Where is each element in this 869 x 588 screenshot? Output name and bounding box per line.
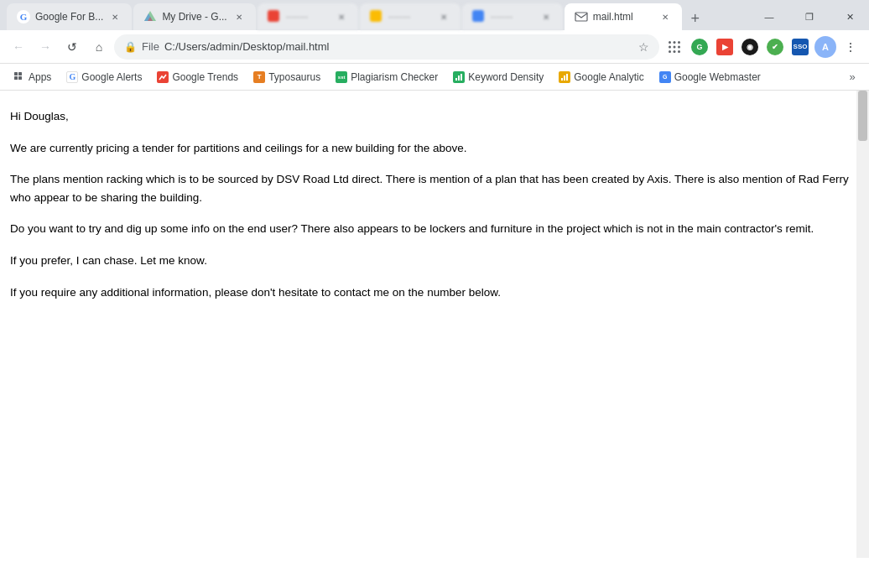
nav-right-buttons: G ▶ ◉ ✔ SSO A ⋮: [663, 35, 862, 59]
chrome-menu-button[interactable]: ⋮: [839, 35, 862, 59]
keyword-favicon: [453, 71, 465, 83]
tab-blurred2-title: ········: [388, 11, 432, 23]
bookmark-plagiarism-label: Plagiarism Checker: [351, 71, 438, 83]
bookmark-typosaurus[interactable]: T Typosaurus: [247, 68, 327, 86]
ext-icon-2[interactable]: ▶: [713, 35, 736, 59]
svg-rect-19: [461, 74, 462, 81]
profile-button[interactable]: A: [814, 35, 837, 59]
address-bar[interactable]: 🔒 File C:/Users/admin/Desktop/mail.html …: [114, 34, 659, 60]
svg-rect-22: [566, 74, 568, 81]
bookmark-keyword-density[interactable]: Keyword Density: [446, 68, 550, 86]
tab-drive-close[interactable]: ✕: [232, 10, 246, 23]
svg-point-11: [674, 50, 676, 53]
svg-point-6: [678, 41, 680, 44]
svg-point-10: [669, 50, 671, 53]
tab-drive-favicon: [143, 10, 157, 23]
greeting-text: Hi Douglas,: [10, 110, 69, 122]
tab-mail-favicon: [575, 10, 588, 23]
tab-blurred3-favicon: [472, 10, 486, 23]
typosaurus-favicon: T: [253, 71, 265, 83]
svg-rect-3: [575, 13, 587, 21]
tab-drive[interactable]: My Drive - G... ✕: [133, 3, 255, 30]
bookmark-star-icon[interactable]: ☆: [638, 40, 649, 54]
main-content: Hi Douglas, We are currently pricing a t…: [0, 91, 869, 558]
tab-blurred1-title: ········: [286, 11, 330, 23]
tab-mail-title: mail.html: [593, 11, 653, 23]
bookmark-apps[interactable]: Apps: [7, 68, 58, 86]
tab-blurred3[interactable]: ········ ✕: [462, 3, 563, 30]
window-controls: — ❐ ✕: [750, 3, 869, 30]
tab-blurred1-close[interactable]: ✕: [335, 10, 348, 23]
bookmark-keyword-label: Keyword Density: [468, 71, 544, 83]
back-button[interactable]: ←: [7, 35, 30, 59]
svg-rect-21: [564, 75, 565, 81]
tab-blurred1[interactable]: ········ ✕: [258, 3, 358, 30]
ext-icon-3[interactable]: ◉: [738, 35, 762, 59]
tab-blurred2-favicon: [370, 10, 383, 23]
para1-text: We are currently pricing a tender for pa…: [10, 142, 467, 154]
bookmark-google-webmaster[interactable]: G Google Webmaster: [653, 68, 768, 86]
email-paragraph-3: Do you want to try and dig up some info …: [10, 220, 852, 238]
svg-point-7: [669, 45, 671, 48]
svg-rect-16: [18, 76, 22, 80]
svg-rect-18: [458, 75, 460, 81]
ext-icon-5[interactable]: SSO: [788, 35, 812, 59]
email-paragraph-5: If you require any additional informatio…: [10, 284, 852, 302]
file-protocol-label: File: [142, 40, 159, 53]
tab-blurred3-title: ········: [491, 11, 534, 23]
google-apps-icon[interactable]: [663, 35, 686, 59]
bookmark-typosaurus-label: Typosaurus: [268, 71, 320, 83]
email-body: Hi Douglas, We are currently pricing a t…: [10, 107, 852, 301]
svg-point-8: [674, 45, 676, 48]
tab-blurred2-close[interactable]: ✕: [437, 10, 450, 23]
minimize-button[interactable]: —: [750, 3, 788, 30]
bookmark-webmaster-label: Google Webmaster: [674, 71, 761, 83]
svg-point-4: [669, 41, 671, 44]
tab-blurred3-close[interactable]: ✕: [539, 10, 553, 23]
plagiarism-favicon: sst: [336, 71, 347, 83]
tab-blurred1-favicon: [268, 10, 281, 23]
para4-text: If you prefer, I can chase. Let me know.: [10, 254, 207, 267]
close-button[interactable]: ✕: [830, 3, 869, 30]
tab-blurred2[interactable]: ········ ✕: [360, 3, 461, 30]
bookmark-analytic-label: Google Analytic: [574, 71, 643, 83]
tab-google-favicon: G: [17, 10, 30, 23]
ext-icon-1[interactable]: G: [688, 35, 711, 59]
window-chrome: G Google For B... ✕ My Drive - G... ✕ ··…: [0, 0, 869, 91]
email-greeting: Hi Douglas,: [10, 107, 852, 126]
svg-rect-14: [18, 72, 22, 75]
webmaster-favicon: G: [659, 71, 671, 83]
email-paragraph-1: We are currently pricing a tender for pa…: [10, 139, 852, 158]
svg-point-12: [678, 50, 680, 53]
para2-text: The plans mention racking which is to be…: [10, 173, 849, 204]
trends-favicon: [157, 71, 169, 83]
svg-rect-15: [14, 76, 18, 80]
scrollbar-thumb[interactable]: [858, 91, 867, 141]
bookmark-google-trends-label: Google Trends: [172, 71, 238, 83]
ext-icon-4[interactable]: ✔: [763, 35, 787, 59]
bookmark-google-trends[interactable]: Google Trends: [150, 68, 245, 86]
bookmark-apps-label: Apps: [29, 71, 51, 83]
para3-text: Do you want to try and dig up some info …: [10, 222, 814, 235]
tab-mail-close[interactable]: ✕: [658, 10, 672, 23]
navigation-bar: ← → ↺ ⌂ 🔒 File C:/Users/admin/Desktop/ma…: [0, 30, 869, 64]
forward-button[interactable]: →: [34, 35, 57, 59]
bookmark-google-analytic[interactable]: Google Analytic: [552, 68, 650, 86]
tab-google-close[interactable]: ✕: [108, 10, 122, 23]
bookmark-google-alerts[interactable]: G Google Alerts: [60, 68, 148, 86]
new-tab-button[interactable]: +: [684, 7, 707, 30]
bookmark-plagiarism-checker[interactable]: sst Plagiarism Checker: [329, 68, 445, 86]
para5-text: If you require any additional informatio…: [10, 286, 501, 299]
email-paragraph-2: The plans mention racking which is to be…: [10, 170, 852, 206]
profile-avatar: A: [814, 36, 836, 58]
restore-button[interactable]: ❐: [790, 3, 829, 30]
google-alerts-favicon: G: [66, 71, 78, 83]
home-button[interactable]: ⌂: [87, 35, 111, 59]
svg-point-5: [674, 41, 676, 44]
tab-mail[interactable]: mail.html ✕: [565, 3, 682, 30]
tab-google[interactable]: G Google For B... ✕: [7, 3, 132, 30]
reload-button[interactable]: ↺: [60, 35, 84, 59]
bookmarks-more-button[interactable]: »: [842, 67, 862, 87]
address-text: C:/Users/admin/Desktop/mail.html: [164, 40, 633, 53]
scrollbar-track[interactable]: [856, 91, 869, 558]
